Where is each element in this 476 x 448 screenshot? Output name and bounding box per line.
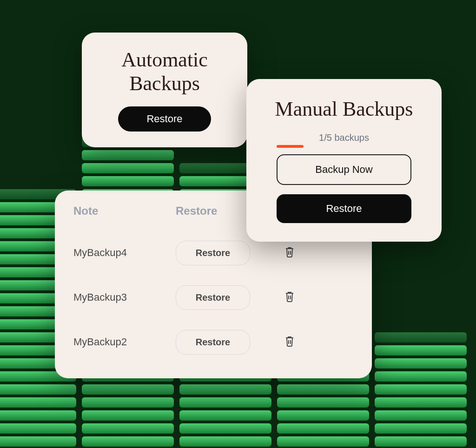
backup-usage-progress: [277, 145, 304, 148]
automatic-backups-card: Automatic Backups Restore: [82, 33, 247, 147]
automatic-backups-title: Automatic Backups: [95, 48, 234, 95]
manual-restore-button[interactable]: Restore: [277, 194, 411, 223]
manual-backups-title: Manual Backups: [260, 98, 428, 121]
trash-icon[interactable]: [284, 335, 295, 347]
restore-row-button[interactable]: Restore: [176, 330, 250, 355]
backup-note: MyBackup4: [73, 247, 176, 259]
backup-row: MyBackup3 Restore: [73, 275, 353, 320]
backup-count-label: 1/5 backups: [277, 132, 411, 143]
column-header-note: Note: [73, 204, 176, 217]
automatic-restore-button[interactable]: Restore: [118, 106, 211, 132]
trash-icon[interactable]: [284, 246, 295, 258]
backup-now-button[interactable]: Backup Now: [277, 154, 411, 185]
backup-note: MyBackup3: [73, 291, 176, 303]
restore-row-button[interactable]: Restore: [176, 285, 250, 310]
backup-note: MyBackup2: [73, 336, 176, 348]
manual-backups-card: Manual Backups 1/5 backups Backup Now Re…: [246, 79, 442, 242]
trash-icon[interactable]: [284, 290, 295, 303]
restore-row-button[interactable]: Restore: [176, 241, 250, 265]
backup-row: MyBackup2 Restore: [73, 320, 353, 364]
